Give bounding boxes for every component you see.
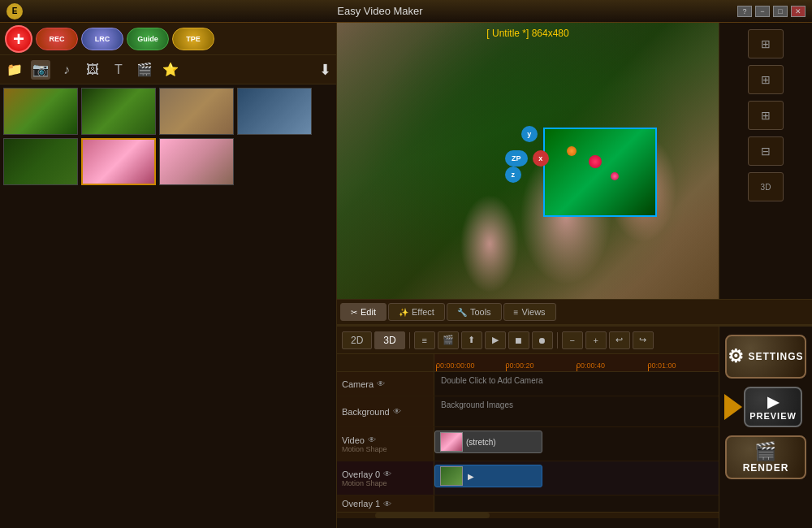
- preview-area: [ Untitle *] 864x480 y ZP x: [337, 23, 719, 299]
- background-track-content[interactable]: Background Images: [434, 396, 719, 426]
- media-row-1: [3, 88, 333, 135]
- bottom-area: 2D 3D ≡ 🎬 ⬆ ▶ ⏹ ⏺ − + ↩ ↪: [337, 325, 812, 528]
- tl-menu-button[interactable]: ≡: [414, 331, 435, 349]
- video-track-content[interactable]: (stretch): [434, 427, 719, 461]
- tab-edit[interactable]: ✂ Edit: [340, 303, 387, 321]
- media-thumb-2[interactable]: [81, 88, 156, 135]
- timeline-scrollbar[interactable]: [337, 512, 719, 518]
- render-button[interactable]: 🎬 Render: [725, 435, 806, 479]
- add-button[interactable]: +: [5, 25, 32, 53]
- lrc-button[interactable]: LRC: [81, 28, 123, 50]
- overlay1-label-main: Overlay 1 👁: [342, 499, 391, 509]
- tl-stop-button[interactable]: ⏹: [508, 331, 529, 349]
- tpe-button[interactable]: TPE: [172, 28, 214, 50]
- tab-views[interactable]: ≡ Views: [503, 303, 556, 321]
- media-icon-photo[interactable]: 📷: [31, 60, 50, 80]
- background-eye-icon[interactable]: 👁: [393, 407, 401, 416]
- tab-tools[interactable]: 🔧 Tools: [447, 303, 502, 321]
- camera-track-content[interactable]: Double Click to Add Camera: [434, 372, 719, 396]
- media-icon-folder[interactable]: 📁: [5, 60, 24, 80]
- tl-redo-button[interactable]: ↪: [633, 331, 654, 349]
- video-track: Video 👁 Motion Shape (stretch): [337, 427, 719, 461]
- media-icon-image[interactable]: 🖼: [83, 60, 102, 80]
- side-icon-3[interactable]: ⊞: [748, 101, 784, 130]
- tl-zoom-out-button[interactable]: −: [562, 331, 583, 349]
- rec-button[interactable]: REC: [36, 28, 78, 50]
- x-control-dot[interactable]: x: [533, 150, 549, 167]
- guide-button[interactable]: Guide: [127, 28, 169, 50]
- main-layout: + REC LRC Guide TPE 📁 📷 ♪ 🖼 T 🎬 ⭐ ⬇: [0, 23, 812, 528]
- tab-tools-label: Tools: [470, 307, 491, 317]
- overlay1-eye-icon[interactable]: 👁: [383, 500, 391, 509]
- render-icon: 🎬: [754, 441, 777, 462]
- tl-record-button[interactable]: ⏺: [532, 331, 553, 349]
- overlay0-track: Overlay 0 👁 Motion Shape ▶: [337, 461, 719, 496]
- preview-overlay-box[interactable]: [543, 128, 657, 217]
- tl-play-button[interactable]: ▶: [485, 331, 506, 349]
- overlay0-label-main: Overlay 0 👁: [342, 470, 391, 479]
- preview-button[interactable]: ▶ Preview: [744, 387, 802, 427]
- download-button[interactable]: ⬇: [319, 61, 331, 79]
- tl-undo-button[interactable]: ↩: [609, 331, 630, 349]
- minimize-button[interactable]: −: [755, 6, 770, 17]
- help-button[interactable]: ?: [737, 6, 752, 17]
- media-icon-text[interactable]: T: [109, 60, 128, 80]
- app-logo: E: [6, 3, 23, 19]
- video-block-text: (stretch): [466, 438, 496, 447]
- camera-label-text: Camera: [342, 379, 374, 389]
- z-control-dot[interactable]: z: [505, 167, 521, 183]
- media-icon-video[interactable]: 🎬: [135, 60, 154, 80]
- tl-add-clip-button[interactable]: 🎬: [438, 331, 459, 349]
- overlay0-block[interactable]: ▶: [434, 465, 542, 487]
- overlay0-eye-icon[interactable]: 👁: [383, 470, 391, 478]
- camera-eye-icon[interactable]: 👁: [377, 379, 385, 388]
- timeline-main: 2D 3D ≡ 🎬 ⬆ ▶ ⏹ ⏺ − + ↩ ↪: [337, 327, 719, 528]
- timeline-ruler: 00:00:00:00 00:00:20 00:00:40 00:01:00: [337, 354, 719, 372]
- overlay0-track-label: Overlay 0 👁 Motion Shape: [337, 461, 434, 495]
- camera-hint-text: Double Click to Add Camera: [434, 373, 550, 388]
- mode-3d-button[interactable]: 3D: [374, 331, 404, 349]
- render-label: Render: [743, 462, 789, 474]
- media-thumb-7[interactable]: [159, 138, 234, 185]
- media-thumb-3[interactable]: [159, 88, 234, 135]
- camera-track: Camera 👁 Double Click to Add Camera: [337, 372, 719, 396]
- close-button[interactable]: ✕: [791, 6, 806, 17]
- side-icon-2[interactable]: ⊞: [748, 65, 784, 94]
- ruler-label: [337, 354, 434, 371]
- maximize-button[interactable]: □: [773, 6, 788, 17]
- y-control-dot[interactable]: y: [521, 126, 538, 142]
- side-icon-1[interactable]: ⊞: [748, 29, 784, 58]
- preview-row-btn: ▶ Preview: [724, 387, 807, 427]
- media-icon-music[interactable]: ♪: [57, 60, 76, 80]
- video-label-text: Video: [342, 435, 365, 445]
- preview-background: [ Untitle *] 864x480 y ZP x: [337, 23, 719, 299]
- overlay1-track-content[interactable]: [434, 496, 719, 512]
- side-icon-panel: ⊞ ⊞ ⊞ ⊟ 3D: [719, 23, 812, 299]
- media-icon-star[interactable]: ⭐: [161, 60, 180, 80]
- tl-upload-button[interactable]: ⬆: [461, 331, 482, 349]
- media-thumb-6[interactable]: [81, 138, 156, 185]
- tab-effect[interactable]: ✨ Effect: [388, 303, 445, 321]
- media-thumb-4[interactable]: [237, 88, 312, 135]
- preview-icon: ▶: [767, 393, 780, 411]
- ruler-line-2: [577, 365, 577, 371]
- media-grid: [0, 84, 336, 528]
- settings-button[interactable]: ⚙ Settings: [725, 335, 806, 379]
- media-thumb-5[interactable]: [3, 138, 78, 185]
- overlay0-track-content[interactable]: ▶: [434, 461, 719, 495]
- ruler-time-2: 00:00:40: [577, 361, 605, 370]
- side-icon-5[interactable]: 3D: [748, 172, 784, 201]
- video-eye-icon[interactable]: 👁: [368, 435, 376, 444]
- tab-effect-label: Effect: [412, 307, 434, 317]
- media-thumb-1[interactable]: [3, 88, 78, 135]
- window-controls[interactable]: ? − □ ✕: [737, 6, 806, 17]
- side-icon-4[interactable]: ⊟: [748, 136, 784, 166]
- background-label-main: Background 👁: [342, 407, 401, 417]
- tl-zoom-in-button[interactable]: +: [585, 331, 607, 349]
- video-block[interactable]: (stretch): [434, 431, 542, 453]
- zp-control-dot[interactable]: ZP: [505, 150, 528, 167]
- overlay0-block-arrow: ▶: [468, 472, 474, 481]
- overlay1-label-text: Overlay 1: [342, 499, 380, 509]
- separator2: [557, 332, 558, 348]
- mode-2d-button[interactable]: 2D: [342, 331, 372, 349]
